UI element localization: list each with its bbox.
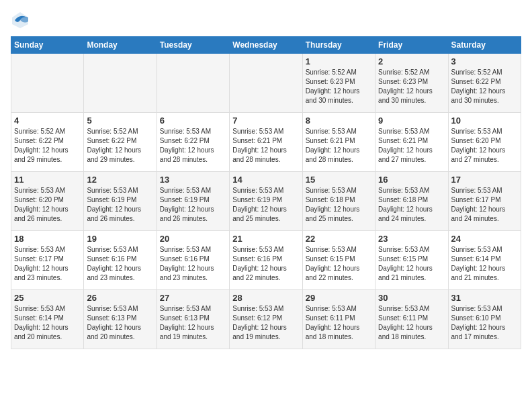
calendar-cell: 27Sunrise: 5:53 AM Sunset: 6:13 PM Dayli… (157, 290, 229, 349)
day-info: Sunrise: 5:53 AM Sunset: 6:17 PM Dayligh… (14, 245, 81, 283)
day-number: 7 (232, 116, 299, 126)
calendar-week-row: 4Sunrise: 5:52 AM Sunset: 6:22 PM Daylig… (11, 113, 521, 172)
calendar-cell: 2Sunrise: 5:52 AM Sunset: 6:23 PM Daylig… (375, 54, 448, 113)
calendar-cell: 9Sunrise: 5:53 AM Sunset: 6:21 PM Daylig… (375, 113, 448, 172)
calendar-cell: 30Sunrise: 5:53 AM Sunset: 6:11 PM Dayli… (375, 290, 448, 349)
calendar-cell: 24Sunrise: 5:53 AM Sunset: 6:14 PM Dayli… (448, 231, 521, 290)
day-number: 23 (378, 234, 445, 244)
calendar-cell: 28Sunrise: 5:53 AM Sunset: 6:12 PM Dayli… (230, 290, 302, 349)
day-info: Sunrise: 5:53 AM Sunset: 6:20 PM Dayligh… (14, 186, 81, 224)
calendar-cell: 14Sunrise: 5:53 AM Sunset: 6:19 PM Dayli… (230, 172, 302, 231)
weekday-header-row: SundayMondayTuesdayWednesdayThursdayFrid… (11, 37, 521, 54)
day-number: 27 (160, 293, 226, 303)
calendar-cell (157, 54, 229, 113)
day-info: Sunrise: 5:53 AM Sunset: 6:21 PM Dayligh… (378, 127, 445, 165)
calendar-cell: 7Sunrise: 5:53 AM Sunset: 6:21 PM Daylig… (230, 113, 302, 172)
calendar-cell: 1Sunrise: 5:52 AM Sunset: 6:23 PM Daylig… (302, 54, 375, 113)
calendar-cell: 5Sunrise: 5:52 AM Sunset: 6:22 PM Daylig… (84, 113, 157, 172)
day-number: 21 (232, 234, 299, 244)
day-info: Sunrise: 5:53 AM Sunset: 6:22 PM Dayligh… (160, 127, 226, 165)
day-info: Sunrise: 5:53 AM Sunset: 6:15 PM Dayligh… (378, 245, 445, 283)
weekday-header-monday: Monday (84, 37, 157, 54)
day-number: 4 (14, 116, 81, 126)
weekday-header-tuesday: Tuesday (157, 37, 229, 54)
page-header (11, 11, 521, 30)
day-number: 1 (306, 56, 372, 66)
calendar-cell: 11Sunrise: 5:53 AM Sunset: 6:20 PM Dayli… (11, 172, 84, 231)
day-info: Sunrise: 5:52 AM Sunset: 6:23 PM Dayligh… (306, 68, 372, 105)
day-number: 24 (451, 234, 518, 244)
calendar-cell: 25Sunrise: 5:53 AM Sunset: 6:14 PM Dayli… (11, 290, 84, 349)
day-number: 6 (160, 116, 226, 126)
day-number: 10 (451, 116, 518, 126)
day-info: Sunrise: 5:53 AM Sunset: 6:20 PM Dayligh… (451, 127, 518, 165)
weekday-header-friday: Friday (375, 37, 448, 54)
day-number: 28 (232, 293, 299, 303)
day-info: Sunrise: 5:53 AM Sunset: 6:16 PM Dayligh… (232, 245, 299, 283)
day-number: 22 (306, 234, 372, 244)
calendar-cell: 18Sunrise: 5:53 AM Sunset: 6:17 PM Dayli… (11, 231, 84, 290)
calendar-body: 1Sunrise: 5:52 AM Sunset: 6:23 PM Daylig… (11, 54, 521, 349)
day-number: 31 (451, 293, 518, 303)
day-number: 18 (14, 234, 81, 244)
calendar-week-row: 1Sunrise: 5:52 AM Sunset: 6:23 PM Daylig… (11, 54, 521, 113)
day-info: Sunrise: 5:53 AM Sunset: 6:21 PM Dayligh… (306, 127, 372, 165)
day-number: 20 (160, 234, 226, 244)
calendar-cell: 10Sunrise: 5:53 AM Sunset: 6:20 PM Dayli… (448, 113, 521, 172)
day-number: 2 (378, 56, 445, 66)
day-info: Sunrise: 5:53 AM Sunset: 6:12 PM Dayligh… (232, 304, 299, 342)
calendar-cell: 4Sunrise: 5:52 AM Sunset: 6:22 PM Daylig… (11, 113, 84, 172)
day-info: Sunrise: 5:53 AM Sunset: 6:16 PM Dayligh… (87, 245, 153, 283)
day-info: Sunrise: 5:52 AM Sunset: 6:22 PM Dayligh… (87, 127, 153, 165)
calendar-cell: 26Sunrise: 5:53 AM Sunset: 6:13 PM Dayli… (84, 290, 157, 349)
day-info: Sunrise: 5:53 AM Sunset: 6:19 PM Dayligh… (87, 186, 153, 224)
day-number: 25 (14, 293, 81, 303)
calendar-cell: 23Sunrise: 5:53 AM Sunset: 6:15 PM Dayli… (375, 231, 448, 290)
calendar-cell: 31Sunrise: 5:53 AM Sunset: 6:10 PM Dayli… (448, 290, 521, 349)
day-info: Sunrise: 5:53 AM Sunset: 6:14 PM Dayligh… (14, 304, 81, 342)
weekday-header-sunday: Sunday (11, 37, 84, 54)
day-number: 5 (87, 116, 153, 126)
calendar-cell: 29Sunrise: 5:53 AM Sunset: 6:11 PM Dayli… (302, 290, 375, 349)
day-number: 3 (451, 56, 518, 66)
day-number: 29 (306, 293, 372, 303)
calendar-header: SundayMondayTuesdayWednesdayThursdayFrid… (11, 37, 521, 54)
day-info: Sunrise: 5:53 AM Sunset: 6:16 PM Dayligh… (160, 245, 226, 283)
day-number: 8 (306, 116, 372, 126)
day-info: Sunrise: 5:53 AM Sunset: 6:21 PM Dayligh… (232, 127, 299, 165)
day-info: Sunrise: 5:53 AM Sunset: 6:13 PM Dayligh… (160, 304, 226, 342)
logo (11, 11, 32, 30)
day-info: Sunrise: 5:53 AM Sunset: 6:19 PM Dayligh… (160, 186, 226, 224)
day-info: Sunrise: 5:52 AM Sunset: 6:22 PM Dayligh… (451, 68, 518, 105)
calendar-cell: 15Sunrise: 5:53 AM Sunset: 6:18 PM Dayli… (302, 172, 375, 231)
day-info: Sunrise: 5:53 AM Sunset: 6:13 PM Dayligh… (87, 304, 153, 342)
calendar-cell: 13Sunrise: 5:53 AM Sunset: 6:19 PM Dayli… (157, 172, 229, 231)
day-number: 13 (160, 175, 226, 185)
calendar-cell (11, 54, 84, 113)
day-number: 30 (378, 293, 445, 303)
day-info: Sunrise: 5:53 AM Sunset: 6:11 PM Dayligh… (306, 304, 372, 342)
day-number: 12 (87, 175, 153, 185)
calendar-week-row: 18Sunrise: 5:53 AM Sunset: 6:17 PM Dayli… (11, 231, 521, 290)
day-number: 14 (232, 175, 299, 185)
calendar-cell: 21Sunrise: 5:53 AM Sunset: 6:16 PM Dayli… (230, 231, 302, 290)
calendar-cell: 17Sunrise: 5:53 AM Sunset: 6:17 PM Dayli… (448, 172, 521, 231)
day-number: 9 (378, 116, 445, 126)
weekday-header-wednesday: Wednesday (230, 37, 302, 54)
day-info: Sunrise: 5:53 AM Sunset: 6:15 PM Dayligh… (306, 245, 372, 283)
calendar-cell: 19Sunrise: 5:53 AM Sunset: 6:16 PM Dayli… (84, 231, 157, 290)
calendar-cell (84, 54, 157, 113)
calendar-cell: 16Sunrise: 5:53 AM Sunset: 6:18 PM Dayli… (375, 172, 448, 231)
calendar-cell: 12Sunrise: 5:53 AM Sunset: 6:19 PM Dayli… (84, 172, 157, 231)
calendar-cell: 22Sunrise: 5:53 AM Sunset: 6:15 PM Dayli… (302, 231, 375, 290)
day-number: 17 (451, 175, 518, 185)
calendar-table: SundayMondayTuesdayWednesdayThursdayFrid… (11, 36, 521, 349)
day-info: Sunrise: 5:53 AM Sunset: 6:14 PM Dayligh… (451, 245, 518, 283)
weekday-header-saturday: Saturday (448, 37, 521, 54)
calendar-cell: 3Sunrise: 5:52 AM Sunset: 6:22 PM Daylig… (448, 54, 521, 113)
day-info: Sunrise: 5:53 AM Sunset: 6:11 PM Dayligh… (378, 304, 445, 342)
calendar-week-row: 11Sunrise: 5:53 AM Sunset: 6:20 PM Dayli… (11, 172, 521, 231)
day-info: Sunrise: 5:52 AM Sunset: 6:22 PM Dayligh… (14, 127, 81, 165)
day-number: 26 (87, 293, 153, 303)
day-number: 11 (14, 175, 81, 185)
